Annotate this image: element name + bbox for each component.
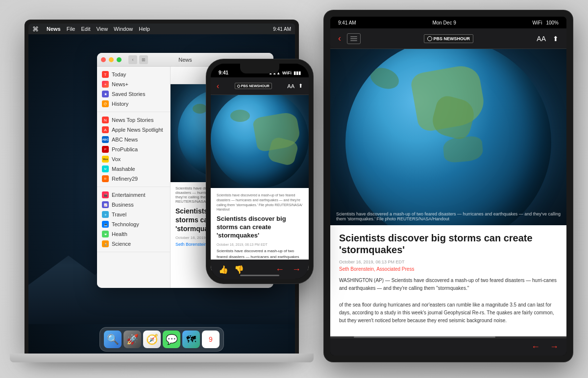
ipad-battery: 100% xyxy=(546,20,559,25)
sidebar-item-today[interactable]: T Today xyxy=(97,70,170,79)
sidebar-item-vox[interactable]: Vox Vox xyxy=(97,154,170,164)
dock-finder[interactable]: 🔍 xyxy=(104,331,122,348)
sidebar-item-propublica[interactable]: P ProPublica xyxy=(97,144,170,154)
sidebar-item-history[interactable]: ⏱ History xyxy=(97,99,170,109)
newsplus-label: News+ xyxy=(112,81,128,87)
vox-label: Vox xyxy=(112,156,121,162)
dock-launchpad[interactable]: 🚀 xyxy=(123,331,141,348)
menu-help[interactable]: Help xyxy=(139,26,150,32)
iphone-article-content: Scientists have discovered a mash-up of … xyxy=(211,188,309,271)
sidebar-item-science[interactable]: 🔬 Science xyxy=(97,239,170,249)
sidebar-item-business[interactable]: 📈 Business xyxy=(97,200,170,210)
ipad-wifi-icon: WiFi xyxy=(532,20,542,25)
sidebar-toggle-icon xyxy=(349,35,358,42)
ipad-device: 9:41 AM Mon Dec 9 WiFi 100% ‹ xyxy=(323,10,573,362)
iphone-bottom-bar: 👍 👎 ← → xyxy=(211,260,309,279)
window-back-button[interactable]: ‹ xyxy=(128,55,137,64)
today-icon: T xyxy=(102,71,109,78)
saved-label: Saved Stories xyxy=(112,91,145,97)
menubar-time: 9:41 AM xyxy=(273,26,291,32)
abc-label: ABC News xyxy=(112,137,138,142)
health-icon: ❤ xyxy=(102,231,109,237)
menu-edit[interactable]: Edit xyxy=(81,26,90,32)
iphone-prev-article[interactable]: ← xyxy=(275,264,284,275)
iphone-article-headline: Scientists discover big storms can creat… xyxy=(217,215,303,240)
spotlight-label: Apple News Spotlight xyxy=(112,127,163,133)
ipad-status-bar: 9:41 AM Mon Dec 9 WiFi 100% xyxy=(330,17,566,28)
abc-icon: ABC xyxy=(102,136,109,143)
iphone-article-nav: ← → xyxy=(275,264,301,275)
sidebar-item-abc[interactable]: ABC ABC News xyxy=(97,135,170,144)
mashable-label: Mashable xyxy=(112,166,135,172)
menu-window[interactable]: Window xyxy=(114,26,133,32)
history-icon: ⏱ xyxy=(102,100,109,107)
iphone-share-button[interactable]: ⬆ xyxy=(298,83,303,89)
iphone-font-button[interactable]: AA xyxy=(287,83,294,89)
sidebar-item-technology[interactable]: 💻 Technology xyxy=(97,219,170,229)
newsplus-icon: + xyxy=(102,81,109,88)
earth-globe-iphone xyxy=(211,95,309,188)
window-minimize-button[interactable] xyxy=(109,57,114,62)
topstories-icon: N xyxy=(102,117,109,123)
apple-icon: ⌘ xyxy=(32,25,39,33)
thumbs-up-button[interactable]: 👍 xyxy=(219,265,228,274)
macbook-body xyxy=(10,354,314,362)
iphone-back-button[interactable]: ‹ xyxy=(217,82,219,91)
ipad-status-icons: WiFi 100% xyxy=(532,20,559,25)
ipad-article-author: Seth Borenstein, Associated Press xyxy=(339,266,558,272)
ipad-article-hero: Scientists have discovered a mash-up of … xyxy=(330,49,566,225)
sidebar-item-topstories[interactable]: N News Top Stories xyxy=(97,115,170,125)
sidebar-item-newsplus[interactable]: + News+ xyxy=(97,79,170,89)
sidebar-item-travel[interactable]: ✈ Travel xyxy=(97,210,170,219)
ipad-nav-actions: AA ⬆ xyxy=(537,35,559,43)
iphone-publisher-logo: PBS NEWSHOUR xyxy=(223,83,283,89)
iphone-outer: 9:41 ▲▲▲ WiFi ▮▮▮ ‹ PBS NEWSHOUR xyxy=(206,59,314,284)
thumbs-down-button[interactable]: 👎 xyxy=(234,265,244,274)
entertainment-icon: 🎬 xyxy=(102,191,109,198)
dock-safari[interactable]: 🧭 xyxy=(143,331,161,348)
sidebar-item-health[interactable]: ❤ Health xyxy=(97,229,170,239)
ipad-scroll-thumb xyxy=(354,336,495,338)
today-label: Today xyxy=(112,71,126,77)
propublica-icon: P xyxy=(102,146,109,153)
ipad-sidebar-toggle[interactable] xyxy=(347,33,361,44)
history-label: History xyxy=(112,101,128,107)
dock-maps[interactable]: 🗺 xyxy=(182,331,200,348)
ipad-screen: 9:41 AM Mon Dec 9 WiFi 100% ‹ xyxy=(330,17,566,355)
ipad-next-article[interactable]: → xyxy=(550,342,559,352)
entertainment-label: Entertainment xyxy=(112,192,145,198)
pbs-dot-icon-ipad xyxy=(427,36,432,41)
dock-messages[interactable]: 💬 xyxy=(163,331,180,348)
ipad-prev-article[interactable]: ← xyxy=(531,342,540,352)
menu-file[interactable]: File xyxy=(67,26,75,32)
dock-calendar[interactable]: 9 xyxy=(202,331,220,348)
sidebar-item-spotlight[interactable]: A Apple News Spotlight xyxy=(97,125,170,135)
iphone-home-indicator xyxy=(240,275,279,276)
sidebar-item-entertainment[interactable]: 🎬 Entertainment xyxy=(97,190,170,200)
menu-app-name[interactable]: News xyxy=(47,26,61,32)
sidebar-item-refinery[interactable]: R Refinery29 xyxy=(97,174,170,184)
sidebar-item-saved[interactable]: ★ Saved Stories xyxy=(97,89,170,99)
ipad-font-button[interactable]: AA xyxy=(537,35,546,43)
iphone-device: 9:41 ▲▲▲ WiFi ▮▮▮ ‹ PBS NEWSHOUR xyxy=(206,59,314,284)
iphone-nav-actions: AA ⬆ xyxy=(287,83,303,89)
iphone-notch xyxy=(240,64,279,73)
menu-view[interactable]: View xyxy=(96,26,108,32)
iphone-article-caption: Scientists have discovered a mash-up of … xyxy=(217,193,303,212)
spotlight-icon: A xyxy=(102,126,109,133)
ipad-article-content: Scientists discover big storms can creat… xyxy=(330,225,566,338)
ipad-share-button[interactable]: ⬆ xyxy=(553,35,559,43)
ipad-back-button[interactable]: ‹ xyxy=(338,33,341,44)
ipad-article-body-1: WASHINGTON (AP) — Scientists have discov… xyxy=(339,277,558,292)
window-title: News xyxy=(178,57,192,63)
iphone-next-article[interactable]: → xyxy=(292,264,301,275)
earth-globe-ipad xyxy=(345,49,551,225)
travel-icon: ✈ xyxy=(102,211,109,218)
sidebar-item-mashable[interactable]: M Mashable xyxy=(97,164,170,174)
science-label: Science xyxy=(112,241,131,247)
window-nav-controls: ‹ ⊞ xyxy=(128,55,148,64)
mac-menubar: ⌘ News File Edit View Window Help 9:41 A… xyxy=(28,24,295,34)
window-sidebar-toggle[interactable]: ⊞ xyxy=(139,55,148,64)
window-maximize-button[interactable] xyxy=(117,57,122,62)
window-close-button[interactable] xyxy=(101,57,106,62)
